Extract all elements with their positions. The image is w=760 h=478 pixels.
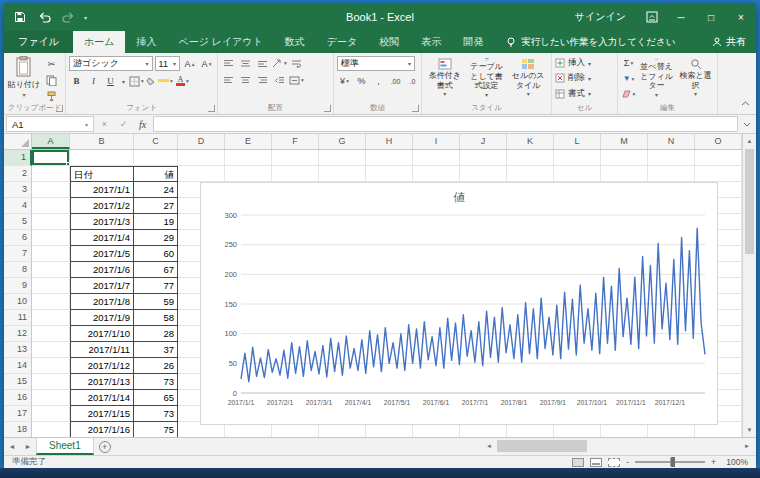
clear-button[interactable]: ▾	[621, 87, 636, 101]
cell-C8[interactable]: 67	[134, 262, 178, 278]
vertical-scrollbar[interactable]: ▲ ▼	[742, 134, 756, 437]
column-header-L[interactable]: L	[554, 134, 601, 149]
column-header-A[interactable]: A	[32, 134, 70, 149]
scroll-up-icon[interactable]: ▲	[743, 134, 756, 148]
font-size-combo[interactable]: 11▾	[155, 56, 180, 71]
cell-I2[interactable]	[413, 166, 460, 182]
column-header-O[interactable]: O	[695, 134, 742, 149]
cell-B12[interactable]: 2017/1/10	[70, 326, 134, 342]
align-left-button[interactable]	[221, 73, 236, 87]
align-middle-button[interactable]	[238, 56, 253, 70]
cell-B3[interactable]: 2017/1/1	[70, 182, 134, 198]
cell-J1[interactable]	[460, 150, 507, 166]
tab-3[interactable]: 数式	[274, 31, 316, 53]
column-header-E[interactable]: E	[225, 134, 272, 149]
row-header-1[interactable]: 1	[4, 150, 32, 166]
cell-A7[interactable]	[32, 246, 70, 262]
horizontal-scrollbar[interactable]: ◄ ►	[482, 439, 754, 453]
cell-C17[interactable]: 73	[134, 406, 178, 422]
cell-O2[interactable]	[695, 166, 742, 182]
cell-L2[interactable]	[554, 166, 601, 182]
tab-0[interactable]: ホーム	[73, 31, 125, 53]
row-header-6[interactable]: 6	[4, 230, 32, 246]
format-painter-button[interactable]	[44, 89, 59, 103]
chart[interactable]: 値0501001502002503002017/1/12017/2/12017/…	[200, 182, 718, 425]
cell-B7[interactable]: 2017/1/5	[70, 246, 134, 262]
vertical-scroll-thumb[interactable]	[745, 149, 754, 254]
row-header-18[interactable]: 18	[4, 422, 32, 437]
cell-C11[interactable]: 58	[134, 310, 178, 326]
column-header-G[interactable]: G	[319, 134, 366, 149]
tab-2[interactable]: ページ レイアウト	[167, 31, 273, 53]
cell-A4[interactable]	[32, 198, 70, 214]
row-header-2[interactable]: 2	[4, 166, 32, 182]
percent-format-button[interactable]: %	[354, 74, 369, 88]
scroll-left-icon[interactable]: ◄	[482, 439, 496, 453]
cell-L1[interactable]	[554, 150, 601, 166]
zoom-slider[interactable]	[635, 461, 705, 463]
format-as-table-button[interactable]: テーブルとして書式設定▾	[467, 56, 507, 101]
font-dialog-launcher[interactable]	[208, 105, 215, 112]
cell-C15[interactable]: 73	[134, 374, 178, 390]
windows-taskbar[interactable]	[0, 468, 760, 478]
column-header-D[interactable]: D	[178, 134, 225, 149]
tab-5[interactable]: 校閲	[368, 31, 410, 53]
align-top-button[interactable]	[221, 56, 236, 70]
cell-C7[interactable]: 60	[134, 246, 178, 262]
fill-color-button[interactable]: ▾	[146, 74, 173, 88]
cell-G2[interactable]	[319, 166, 366, 182]
row-header-10[interactable]: 10	[4, 294, 32, 310]
cell-C18[interactable]: 75	[134, 422, 178, 437]
format-cells-button[interactable]: 書式▾	[555, 87, 614, 101]
cell-A17[interactable]	[32, 406, 70, 422]
insert-function-button[interactable]: fx	[134, 116, 151, 132]
tab-6[interactable]: 表示	[410, 31, 452, 53]
cell-A6[interactable]	[32, 230, 70, 246]
row-header-12[interactable]: 12	[4, 326, 32, 342]
paste-button[interactable]: 貼り付け ▾	[7, 56, 41, 101]
zoom-slider-thumb[interactable]	[671, 457, 675, 467]
cell-C13[interactable]: 37	[134, 342, 178, 358]
column-header-C[interactable]: C	[134, 134, 178, 149]
cell-A8[interactable]	[32, 262, 70, 278]
cell-G1[interactable]	[319, 150, 366, 166]
find-select-button[interactable]: 検索と選択▾	[677, 56, 714, 101]
cell-F2[interactable]	[272, 166, 319, 182]
cell-K2[interactable]	[507, 166, 554, 182]
name-box[interactable]: A1▾	[6, 116, 94, 132]
cell-B11[interactable]: 2017/1/9	[70, 310, 134, 326]
column-header-J[interactable]: J	[460, 134, 507, 149]
copy-button[interactable]	[44, 73, 59, 87]
cell-D2[interactable]	[178, 166, 225, 182]
sheet-nav-right-icon[interactable]: ►	[20, 438, 36, 455]
cell-I1[interactable]	[413, 150, 460, 166]
scroll-down-icon[interactable]: ▼	[743, 423, 756, 437]
row-header-7[interactable]: 7	[4, 246, 32, 262]
column-header-N[interactable]: N	[648, 134, 695, 149]
zoom-out-button[interactable]: -	[626, 457, 629, 467]
cell-C9[interactable]: 77	[134, 278, 178, 294]
cell-A11[interactable]	[32, 310, 70, 326]
normal-view-button[interactable]	[572, 458, 584, 467]
decrease-decimal-button[interactable]: .0	[405, 74, 420, 88]
close-button[interactable]: ×	[726, 3, 756, 31]
cell-A9[interactable]	[32, 278, 70, 294]
cell-K1[interactable]	[507, 150, 554, 166]
row-header-13[interactable]: 13	[4, 342, 32, 358]
fill-button[interactable]: ▼▾	[621, 72, 636, 86]
cell-B2[interactable]: 日付	[70, 166, 134, 182]
delete-cells-button[interactable]: 削除▾	[555, 71, 614, 85]
cell-C6[interactable]: 29	[134, 230, 178, 246]
cell-B16[interactable]: 2017/1/14	[70, 390, 134, 406]
row-header-16[interactable]: 16	[4, 390, 32, 406]
row-header-15[interactable]: 15	[4, 374, 32, 390]
row-header-8[interactable]: 8	[4, 262, 32, 278]
page-layout-view-button[interactable]	[590, 458, 602, 467]
tab-7[interactable]: 開発	[452, 31, 494, 53]
conditional-formatting-button[interactable]: 条件付き書式▾	[425, 56, 465, 101]
cell-C5[interactable]: 19	[134, 214, 178, 230]
tab-4[interactable]: データ	[316, 31, 368, 53]
cell-J2[interactable]	[460, 166, 507, 182]
number-dialog-launcher[interactable]	[412, 105, 419, 112]
sheet-nav-left-icon[interactable]: ◄	[4, 438, 20, 455]
